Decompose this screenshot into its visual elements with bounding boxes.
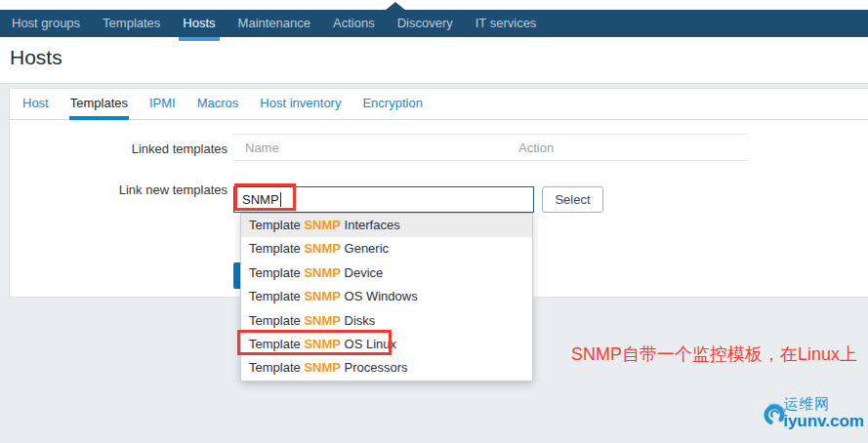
screen: Host groupsTemplatesHostsMaintenanceActi… (0, 0, 868, 443)
suggest-text: Template (249, 313, 304, 328)
suggest-item-template-snmp-generic[interactable]: Template SNMP Generic (241, 237, 532, 261)
linked-templates-table: Name Action (233, 134, 747, 161)
nav-item-discovery[interactable]: Discovery (395, 10, 455, 37)
chinese-annotation: SNMP自带一个监控模板，在Linux上 (571, 342, 857, 366)
suggest-item-template-snmp-processors[interactable]: Template SNMP Processors (241, 356, 532, 380)
suggest-text: Template (249, 218, 304, 232)
suggest-match-highlight: SNMP (304, 218, 341, 232)
tab-macros[interactable]: Macros (197, 89, 239, 120)
watermark-text: 运维网 iyunv.com (783, 396, 864, 430)
watermark: 运维网 iyunv.com (762, 388, 864, 439)
template-search-input[interactable]: SNMP (233, 186, 534, 213)
suggest-match-highlight: SNMP (304, 241, 341, 256)
nav-item-maintenance[interactable]: Maintenance (236, 10, 312, 37)
suggest-match-highlight: SNMP (304, 360, 341, 375)
page-title: Hosts (10, 46, 62, 69)
suggest-item-template-snmp-device[interactable]: Template SNMP Device (241, 262, 532, 285)
suggest-match-highlight: SNMP (304, 313, 341, 328)
suggest-text: OS Windows (341, 289, 418, 303)
tab-bar: HostTemplatesIPMIMacrosHost inventoryEnc… (10, 89, 868, 120)
nav-item-actions[interactable]: Actions (331, 10, 377, 37)
suggest-item-template-snmp-disks[interactable]: Template SNMP Disks (241, 309, 532, 333)
suggest-item-template-snmp-os-linux[interactable]: Template SNMP OS Linux (241, 333, 532, 356)
suggest-text: Disks (341, 313, 375, 328)
tab-host[interactable]: Host (22, 89, 49, 120)
suggest-text: Generic (341, 241, 389, 256)
suggest-match-highlight: SNMP (304, 265, 341, 280)
watermark-site-name: 运维网 (783, 396, 864, 413)
linked-templates-label: Linked templates (20, 141, 227, 156)
suggest-match-highlight: SNMP (304, 337, 341, 351)
column-header-action: Action (518, 141, 554, 155)
suggest-text: Template (249, 265, 304, 280)
suggest-list: Template SNMP InterfacesTemplate SNMP Ge… (240, 213, 533, 382)
suggest-text: Processors (341, 360, 408, 375)
nav-item-it-services[interactable]: IT services (474, 10, 539, 37)
suggest-text: Device (341, 265, 383, 280)
select-button[interactable]: Select (542, 186, 603, 213)
main-nav: Host groupsTemplatesHostsMaintenanceActi… (0, 10, 868, 37)
suggest-match-highlight: SNMP (304, 289, 341, 303)
tab-ipmi[interactable]: IPMI (149, 89, 176, 120)
watermark-domain: iyunv.com (783, 413, 864, 431)
top-strip (0, 0, 868, 10)
suggest-text: Template (249, 289, 304, 303)
template-search-input-value: SNMP (242, 192, 279, 207)
suggest-text: Template (249, 337, 304, 351)
suggest-item-template-snmp-interfaces[interactable]: Template SNMP Interfaces (241, 214, 532, 237)
suggest-text: Template (249, 241, 304, 256)
link-new-templates-label: Link new templates (20, 182, 227, 197)
column-header-name: Name (233, 141, 279, 155)
suggest-text: Template (249, 360, 304, 375)
suggest-text: OS Linux (341, 337, 396, 351)
tab-host-inventory[interactable]: Host inventory (260, 89, 341, 120)
nav-item-templates[interactable]: Templates (101, 10, 162, 37)
nav-item-host-groups[interactable]: Host groups (10, 10, 82, 37)
suggest-text: Interfaces (341, 218, 400, 232)
tab-encryption[interactable]: Encryption (362, 89, 422, 120)
suggest-item-template-snmp-os-windows[interactable]: Template SNMP OS Windows (241, 285, 532, 308)
nav-item-hosts[interactable]: Hosts (181, 10, 217, 37)
tab-templates[interactable]: Templates (70, 89, 128, 120)
text-caret (280, 192, 281, 207)
